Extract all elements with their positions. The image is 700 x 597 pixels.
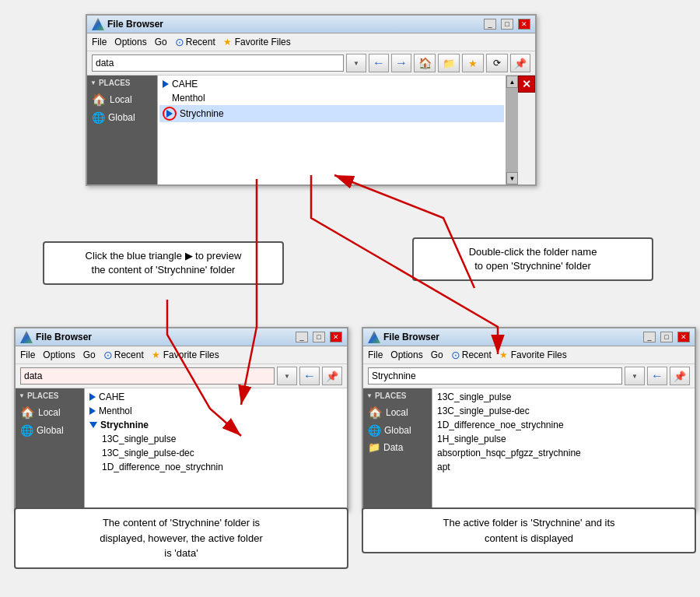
annotation-open: Double-click the folder nameto open 'Str…: [412, 237, 653, 281]
bl-menu-recent[interactable]: Recent: [114, 349, 144, 360]
bl-file-menthol[interactable]: Menthol: [86, 404, 345, 418]
file-strychnine[interactable]: Strychnine: [159, 105, 504, 122]
local-icon: 🏠: [92, 93, 107, 107]
br-menubar: File Options Go ⊙ Recent ★ Favorite File…: [363, 346, 695, 364]
bl-menu-favorite[interactable]: Favorite Files: [163, 349, 219, 360]
scroll-up-btn[interactable]: ▲: [506, 76, 518, 88]
bl-recent-icon: ⊙: [103, 349, 113, 361]
bl-places-label: PLACES: [27, 392, 59, 400]
menu-go[interactable]: Go: [155, 37, 167, 47]
br-file-4[interactable]: 1H_single_pulse: [434, 432, 693, 446]
sidebar-item-local[interactable]: 🏠 Local: [90, 90, 154, 109]
annotation-bottom-right: The active folder is 'Strychnine' and it…: [362, 507, 696, 553]
br-places-triangle: ▼: [366, 392, 373, 399]
br-file-6[interactable]: apt: [434, 460, 693, 474]
file-menthol[interactable]: Menthol: [159, 91, 504, 105]
bl-body: ▼ PLACES 🏠 Local 🌐 Global CAHE Menthol: [16, 388, 347, 509]
maximize-button[interactable]: □: [501, 19, 513, 30]
br-favorite-icon: ★: [499, 349, 508, 360]
forward-button[interactable]: →: [391, 54, 411, 72]
br-global[interactable]: 🌐 Global: [366, 422, 429, 439]
sidebar-item-global[interactable]: 🌐 Global: [90, 109, 154, 126]
file-cahe[interactable]: CAHE: [159, 77, 504, 91]
menu-file[interactable]: File: [92, 37, 107, 47]
bl-child-2[interactable]: 13C_single_pulse-dec: [86, 446, 345, 460]
br-file-4-label: 1H_single_pulse: [437, 434, 506, 444]
br-dropdown[interactable]: ▼: [625, 367, 645, 385]
br-menu-options[interactable]: Options: [390, 349, 422, 360]
bl-child-3[interactable]: 1D_difference_noe_strychnin: [86, 460, 345, 474]
places-label: PLACES: [99, 79, 131, 87]
refresh-button[interactable]: ⟳: [486, 54, 508, 72]
br-menu-file[interactable]: File: [368, 349, 383, 360]
favorites-button[interactable]: ★: [462, 54, 484, 72]
bl-pin[interactable]: 📌: [322, 367, 342, 385]
pin-button[interactable]: 📌: [510, 54, 530, 72]
br-places-label: PLACES: [375, 392, 407, 400]
br-local[interactable]: 🏠 Local: [366, 403, 429, 422]
scroll-thumb: [506, 88, 518, 172]
bl-dropdown[interactable]: ▼: [277, 367, 297, 385]
menu-favorite[interactable]: Favorite Files: [235, 37, 291, 47]
close-button[interactable]: ✕: [518, 19, 530, 30]
dropdown-button[interactable]: ▼: [346, 54, 366, 72]
br-file-5[interactable]: absorption_hsqc_pfgzz_strychnine: [434, 446, 693, 460]
br-data[interactable]: 📁 Data: [366, 439, 429, 455]
br-file-1[interactable]: 13C_single_pulse: [434, 390, 693, 404]
cahe-triangle: [163, 80, 169, 88]
bl-strychnine-label: Strychnine: [100, 420, 149, 430]
address-input[interactable]: [92, 54, 344, 72]
annotation-preview-text: Click the blue triangle ▶ to previewthe …: [86, 250, 242, 276]
bl-minimize[interactable]: _: [296, 332, 308, 342]
br-menu-go[interactable]: Go: [431, 349, 443, 360]
top-menubar: File Options Go ⊙ Recent ★ Favorite File…: [87, 33, 535, 51]
bl-file-strychnine[interactable]: Strychnine: [86, 418, 345, 432]
br-address-input[interactable]: [368, 367, 622, 385]
top-body: ▼ PLACES 🏠 Local 🌐 Global CAHE Menthol: [87, 76, 535, 184]
annotation-preview: Click the blue triangle ▶ to previewthe …: [43, 241, 284, 285]
bl-global[interactable]: 🌐 Global: [19, 422, 81, 439]
close-red-button[interactable]: ✕: [518, 76, 535, 93]
br-file-2[interactable]: 13C_single_pulse-dec: [434, 404, 693, 418]
br-pin[interactable]: 📌: [670, 367, 690, 385]
br-file-2-label: 13C_single_pulse-dec: [437, 406, 530, 416]
bl-child-1[interactable]: 13C_single_pulse: [86, 432, 345, 446]
bl-file-cahe[interactable]: CAHE: [86, 390, 345, 404]
menu-options[interactable]: Options: [114, 37, 146, 47]
bl-child-1-label: 13C_single_pulse: [102, 434, 176, 444]
bl-back[interactable]: ←: [299, 367, 320, 385]
annotation-bottom-left: The content of 'Strychnine' folder isdis…: [14, 507, 348, 569]
bl-close[interactable]: ✕: [330, 332, 342, 342]
scroll-down-btn[interactable]: ▼: [506, 172, 518, 184]
bl-menu-go[interactable]: Go: [83, 349, 96, 360]
places-header: ▼ PLACES: [90, 79, 154, 87]
bl-child-2-label: 13C_single_pulse-dec: [102, 448, 194, 458]
bl-title: File Browser: [36, 332, 291, 342]
top-title: File Browser: [107, 19, 479, 30]
bl-toolbar: ▼ ← 📌: [16, 364, 347, 388]
br-file-3-label: 1D_difference_noe_strychnine: [437, 420, 564, 430]
br-maximize[interactable]: □: [660, 332, 673, 342]
br-file-3[interactable]: 1D_difference_noe_strychnine: [434, 418, 693, 432]
br-back[interactable]: ←: [647, 367, 667, 385]
br-local-icon: 🏠: [368, 406, 383, 420]
br-minimize[interactable]: _: [643, 332, 656, 342]
bl-global-label: Global: [37, 425, 64, 436]
back-button[interactable]: ←: [369, 54, 389, 72]
bl-maximize[interactable]: □: [313, 332, 325, 342]
br-menu-favorite[interactable]: Favorite Files: [511, 349, 567, 360]
minimize-button[interactable]: _: [484, 19, 496, 30]
br-close[interactable]: ✕: [677, 332, 690, 342]
bl-cahe-triangle: [89, 393, 96, 401]
br-file-5-label: absorption_hsqc_pfgzz_strychnine: [437, 448, 581, 458]
bl-local[interactable]: 🏠 Local: [19, 403, 81, 422]
bl-global-icon: 🌐: [20, 424, 33, 437]
bl-cahe-label: CAHE: [99, 392, 124, 402]
menu-recent[interactable]: Recent: [186, 37, 215, 47]
bl-menu-options[interactable]: Options: [43, 349, 75, 360]
bl-menu-file[interactable]: File: [20, 349, 35, 360]
new-folder-button[interactable]: 📁: [438, 54, 460, 72]
bl-address-input[interactable]: [20, 367, 275, 385]
br-menu-recent[interactable]: Recent: [462, 349, 492, 360]
home-button[interactable]: 🏠: [414, 54, 436, 72]
